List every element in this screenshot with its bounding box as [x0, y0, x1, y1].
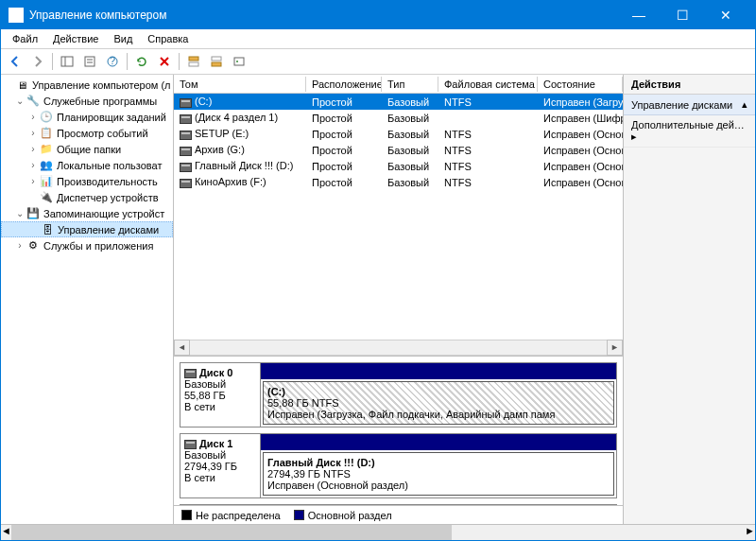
actions-header: Действия: [624, 75, 755, 95]
menu-action[interactable]: Действие: [45, 31, 106, 46]
tree-label: Служебные программы: [43, 96, 157, 107]
view-top-button[interactable]: [183, 51, 204, 72]
disk-pane[interactable]: Диск 0Базовый55,88 ГБВ сети(C:)55,88 ГБ …: [174, 356, 623, 506]
tree-devicemgr[interactable]: 🔌Диспетчер устройств: [1, 189, 173, 205]
tree-pane[interactable]: 🖥Управление компьютером (л ⌄🔧Служебные п…: [1, 75, 174, 524]
tree-label: Производительность: [57, 176, 158, 187]
svg-rect-0: [61, 57, 73, 66]
bottom-scrollbar[interactable]: ◄ ►: [1, 524, 755, 540]
help-button[interactable]: ?: [102, 51, 123, 72]
drive-icon: [184, 440, 197, 449]
drive-icon: [180, 179, 192, 188]
disk-info: Диск 1Базовый2794,39 ГБВ сети: [180, 434, 261, 497]
scroll-right-button[interactable]: ►: [745, 525, 755, 540]
col-type[interactable]: Тип: [382, 77, 438, 92]
volume-row[interactable]: (Диск 4 раздел 1)ПростойБазовыйИсправен …: [174, 110, 623, 126]
back-button[interactable]: [5, 51, 26, 72]
show-hide-tree-button[interactable]: [57, 51, 77, 72]
disk-header-bar: [261, 363, 616, 379]
separator: [127, 53, 128, 70]
maximize-button[interactable]: ☐: [661, 1, 704, 29]
event-icon: 📋: [39, 126, 54, 141]
tree-label: Общие папки: [57, 144, 121, 155]
forward-button[interactable]: [27, 51, 48, 72]
scroll-right-button[interactable]: ►: [607, 340, 623, 356]
tree-storage[interactable]: ⌄💾Запоминающие устройст: [1, 205, 173, 221]
tree-svcapps[interactable]: ›⚙Службы и приложения: [1, 237, 173, 253]
actions-more-label: Дополнительные дей…: [631, 119, 745, 131]
menu-help[interactable]: Справка: [140, 31, 196, 46]
legend: Не распределена Основной раздел: [174, 505, 623, 524]
drive-icon: [184, 369, 197, 378]
tree-shared[interactable]: ›📁Общие папки: [1, 141, 173, 157]
tree-users[interactable]: ›👥Локальные пользоват: [1, 157, 173, 173]
folder-icon: 📁: [39, 142, 54, 157]
users-icon: 👥: [39, 158, 54, 173]
titlebar[interactable]: Управление компьютером — ☐ ✕: [1, 1, 755, 29]
col-volume[interactable]: Том: [174, 77, 306, 92]
col-layout[interactable]: Расположение: [306, 77, 382, 92]
refresh-button[interactable]: [131, 51, 152, 72]
tree-root[interactable]: 🖥Управление компьютером (л: [1, 77, 173, 93]
disk-row[interactable]: Диск 0Базовый55,88 ГБВ сети(C:)55,88 ГБ …: [180, 362, 617, 428]
volume-row[interactable]: Архив (G:)ПростойБазовыйNTFSИсправен (Ос…: [174, 142, 623, 158]
volume-row[interactable]: Главный Диск !!! (D:)ПростойБазовыйNTFSИ…: [174, 158, 623, 174]
partition-box[interactable]: Главный Диск !!! (D:)2794,39 ГБ NTFSИспр…: [263, 452, 614, 496]
toolbar: ?: [1, 48, 755, 75]
spacer: [174, 190, 623, 340]
window-title: Управление компьютером: [29, 9, 617, 22]
tools-icon: 🔧: [26, 94, 41, 109]
col-status[interactable]: Состояние: [538, 77, 623, 92]
volume-scrollbar[interactable]: ◄ ►: [174, 340, 623, 356]
scroll-thumb[interactable]: [11, 525, 452, 540]
chevron-right-icon: ▸: [631, 131, 637, 142]
tree-eventviewer[interactable]: ›📋Просмотр событий: [1, 125, 173, 141]
swatch-black: [181, 510, 192, 520]
tree-label: Запоминающие устройст: [43, 208, 164, 219]
disk-icon: 🗄: [40, 222, 55, 237]
separator: [179, 53, 180, 70]
svg-rect-8: [189, 62, 198, 66]
tree-services[interactable]: ⌄🔧Служебные программы: [1, 93, 173, 109]
app-icon: [9, 8, 24, 23]
minimize-button[interactable]: —: [617, 1, 661, 29]
svg-point-12: [236, 61, 238, 62]
tree-diskmgmt[interactable]: 🗄Управление дисками: [1, 221, 173, 237]
col-filesystem[interactable]: Файловая система: [438, 77, 538, 92]
volume-row[interactable]: КиноАрхив (F:)ПростойБазовыйNTFSИсправен…: [174, 174, 623, 190]
volume-row[interactable]: (C:)ПростойБазовыйNTFSИсправен (Загрузка…: [174, 94, 623, 110]
disk-row[interactable]: Диск 1Базовый2794,39 ГБВ сетиГлавный Дис…: [180, 433, 617, 498]
drive-icon: [180, 147, 192, 156]
tree-label: Просмотр событий: [57, 128, 148, 139]
delete-button[interactable]: [154, 51, 175, 72]
tree-label: Планировщик заданий: [57, 112, 166, 123]
volume-row[interactable]: SETUP (E:)ПростойБазовыйNTFSИсправен (Ос…: [174, 126, 623, 142]
disk-info: Диск 0Базовый55,88 ГБВ сети: [180, 363, 261, 427]
menu-file[interactable]: Файл: [5, 31, 45, 46]
svg-rect-2: [85, 57, 94, 66]
legend-label: Не распределена: [196, 510, 281, 521]
partition-box[interactable]: (C:)55,88 ГБ NTFSИсправен (Загрузка, Фай…: [263, 381, 614, 425]
svg-rect-10: [212, 62, 221, 66]
swatch-navy: [294, 510, 304, 520]
drive-icon: [180, 131, 192, 140]
scroll-left-button[interactable]: ◄: [1, 525, 11, 540]
volume-list[interactable]: (C:)ПростойБазовыйNTFSИсправен (Загрузка…: [174, 94, 623, 190]
view-bottom-button[interactable]: [206, 51, 227, 72]
actions-pane: Действия Управление дисками▴ Дополнитель…: [623, 75, 755, 524]
tree-scheduler[interactable]: ›🕒Планировщик заданий: [1, 109, 173, 125]
properties-button[interactable]: [79, 51, 100, 72]
drive-icon: [180, 98, 192, 108]
legend-unallocated: Не распределена: [181, 510, 281, 521]
device-icon: 🔌: [39, 190, 54, 205]
actions-context[interactable]: Управление дисками▴: [624, 95, 755, 115]
chevron-up-icon: ▴: [742, 98, 747, 111]
scroll-left-button[interactable]: ◄: [174, 340, 190, 356]
settings-button[interactable]: [229, 51, 249, 72]
actions-more[interactable]: Дополнительные дей… ▸: [624, 115, 755, 148]
mid-pane: Том Расположение Тип Файловая система Со…: [174, 75, 623, 524]
tree-performance[interactable]: ›📊Производительность: [1, 173, 173, 189]
close-button[interactable]: ✕: [704, 1, 747, 29]
volume-header: Том Расположение Тип Файловая система Со…: [174, 75, 623, 94]
menu-view[interactable]: Вид: [106, 31, 140, 46]
